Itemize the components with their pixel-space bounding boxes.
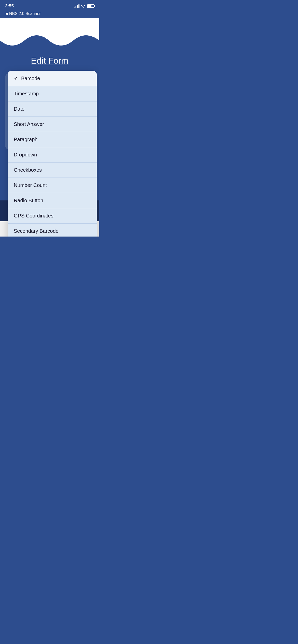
dropdown-item-label: Secondary Barcode [14, 228, 59, 234]
top-bar [0, 18, 99, 30]
dropdown-item-dropdown[interactable]: Dropdown [8, 147, 97, 163]
wave-decoration [0, 30, 99, 51]
dropdown-item-short-answer[interactable]: Short Answer [8, 117, 97, 132]
page-title-section: Edit Form [0, 51, 99, 73]
dropdown-item-paragraph[interactable]: Paragraph [8, 132, 97, 147]
dropdown-item-label: Date [14, 106, 24, 112]
page-title: Edit Form [5, 56, 94, 66]
dropdown-item-gps-coordinates[interactable]: GPS Coordinates [8, 208, 97, 224]
dropdown-item-label: Number Count [14, 182, 47, 188]
signal-icon [74, 4, 79, 8]
dropdown-item-checkboxes[interactable]: Checkboxes [8, 163, 97, 178]
dropdown-item-label: Dropdown [14, 152, 37, 158]
dropdown-item-timestamp[interactable]: Timestamp [8, 86, 97, 101]
dropdown-item-label: Paragraph [14, 137, 37, 142]
dropdown-item-number-count[interactable]: Number Count [8, 178, 97, 193]
back-navigation[interactable]: ◀ NBS 2.0 Scanner [0, 10, 99, 18]
dropdown-item-secondary-barcode[interactable]: Secondary Barcode [8, 224, 97, 237]
status-time: 3:55 [5, 4, 14, 9]
dropdown-item-label: GPS Coordinates [14, 213, 53, 219]
battery-icon [87, 4, 94, 8]
back-arrow-icon: ◀ [5, 11, 8, 16]
dropdown-item-date[interactable]: Date [8, 101, 97, 117]
wifi-icon [81, 4, 86, 8]
dropdown-item-barcode[interactable]: ✓ Barcode [8, 71, 97, 86]
status-bar: 3:55 [0, 0, 99, 10]
back-label: NBS 2.0 Scanner [9, 11, 41, 16]
dropdown-item-label: Checkboxes [14, 167, 42, 173]
field-type-dropdown[interactable]: ✓ Barcode Timestamp Date Short Answer Pa… [8, 71, 97, 237]
dropdown-item-radio-button[interactable]: Radio Button [8, 193, 97, 208]
dropdown-item-label: Radio Button [14, 198, 43, 203]
status-icons [74, 4, 94, 8]
dropdown-item-label: Timestamp [14, 91, 39, 97]
dropdown-item-label: Barcode [21, 76, 40, 81]
dropdown-item-label: Short Answer [14, 121, 44, 127]
form-area: ✓ Barcode Timestamp Date Short Answer Pa… [0, 73, 99, 200]
checkmark-icon: ✓ [14, 75, 18, 81]
